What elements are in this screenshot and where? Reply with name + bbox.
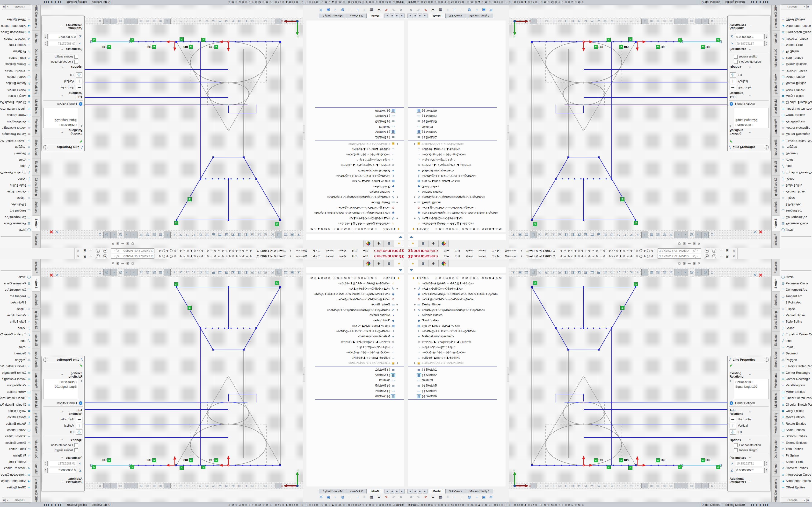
tree-row[interactable]: ⊙ ○ƨ5♟◎ƨ5ИNзƐƨ5○◦○5ƨƐзNИ5ƨ◎♟5ƨ○	[306, 205, 404, 211]
commandmanager-tab[interactable]: Features	[32, 231, 41, 248]
menu-item[interactable]: Window	[505, 249, 517, 253]
sketch-tool-button[interactable]: ◪ Silhouette Entities	[0, 23, 32, 29]
window-control-button[interactable]: ▣	[83, 249, 86, 252]
expand-arrow-icon[interactable]: ▶	[395, 196, 399, 199]
tree-row[interactable]: ▶ ↺ ○Λ♟◎✛ƨ5◦X○◦○X◦5ƨ✛◎♟Λ○	[408, 216, 506, 221]
tree-filter[interactable]	[408, 267, 506, 273]
tab-featuremanager-tree[interactable]: ⬧	[408, 240, 418, 247]
ok-check-icon[interactable]: ✔	[42, 363, 84, 368]
sketch-relation-badge[interactable]: ∕	[130, 38, 134, 42]
existing-relations-header[interactable]: Existing Relations ⌃	[728, 128, 770, 137]
tree-row[interactable]: ▱ ○✛Xɔ6◦♟○*⊙|○◦○|⊙*○♟◦6ɔX✛○	[408, 152, 506, 157]
commandmanager-tab[interactable]: Weldments	[32, 370, 41, 390]
display-toolbar-icon[interactable]: ⚙	[488, 495, 494, 499]
tree-row[interactable]: ◗ Surface Bodies	[408, 189, 506, 194]
checkbox[interactable]	[734, 448, 738, 452]
sketch-tool-button[interactable]: ◡ Sketch Fillet	[780, 458, 812, 465]
sketch-tool-button[interactable]: ◪ Silhouette Entities	[780, 23, 812, 29]
tab-displaymanager[interactable]	[363, 260, 373, 267]
tree-row[interactable]: ▶ ↺ ○Λ♟◎✛ƨ5◦X○◦○X◦5ƨ✛◎♟Λ○	[408, 286, 506, 291]
sketch-tool-button[interactable]: ◡ Sketch Fillet	[0, 42, 32, 48]
display-toolbar-icon[interactable]: ▦	[369, 495, 374, 499]
checkbox[interactable]	[734, 60, 738, 64]
display-toolbar-icon[interactable]: ⌗	[445, 8, 451, 12]
tree-row[interactable]: ▶ ▣ ○ƨ5зƐИNΑ∩+○◦○+∩ΑNИƐз5ƨ○	[306, 360, 404, 365]
add-relation-button[interactable]: — Horizontal	[42, 416, 84, 422]
menu-item[interactable]: Tools	[492, 255, 500, 258]
relations-listbox[interactable]: Collinear108Equal length109	[734, 379, 769, 399]
tree-row[interactable]: ▱ ○·◎✛○*⊙|○◦○|⊙*○✛◎·○	[306, 157, 404, 163]
commandmanager-tab[interactable]: MBD Dimensions	[771, 476, 780, 505]
tree-row[interactable]: ▶ ↺ ○Λ♟◎✛ƨ5◦X○◦○X◦5ƨ✛◎♟Λ○	[306, 216, 404, 221]
display-toolbar-icon[interactable]: ≣	[430, 495, 436, 499]
sketch-tool-button[interactable]: ▱ 3 Point Center Recta...	[780, 363, 812, 369]
sketch-tool-button[interactable]: ◲ Scale Entities	[0, 74, 32, 80]
window-control-button[interactable]: ▣	[83, 255, 86, 258]
options-header[interactable]: Options ⌃	[42, 437, 84, 443]
tree-row[interactable]: ▱ ○·◎✛○*⊙|○◦○|⊙*○✛◎·○	[408, 157, 506, 163]
sketch-tool-button[interactable]: ⌒ 3 Point Arc	[780, 299, 812, 306]
tab-nav-button[interactable]: ◀	[412, 489, 417, 494]
pin-icon[interactable]: ✦	[289, 249, 292, 253]
menu-item[interactable]: Edit	[351, 249, 358, 253]
sketch-tool-button[interactable]: ╱ Line	[780, 163, 812, 169]
tree-row[interactable]: ▶ ▭ Design Binder	[306, 200, 404, 205]
sketch-relation-badge[interactable]: ⊿	[92, 38, 96, 42]
tab-featuremanager-tree[interactable]: ⬧	[394, 260, 404, 267]
sketch-tool-button[interactable]: ∿ Style Spline	[780, 182, 812, 188]
add-relation-button[interactable]: ⚓ Fix	[728, 429, 770, 435]
unit-dropdown-arrow[interactable]: ▴	[804, 499, 805, 501]
sketch-tool-button[interactable]: ✚ Move Entities	[780, 87, 812, 93]
panel-help-icon[interactable]: ?	[765, 146, 769, 150]
display-toolbar-icon[interactable]: ≣	[430, 8, 436, 12]
tree-row[interactable]: ☆ ○ƨ5зƐ✛◦♟◎ΛΑΦ○◦○ΦΑΛ◎♟◦✛Ɛз5ƨ○	[306, 281, 404, 286]
stamp-icon[interactable]: ◙	[3, 5, 5, 9]
parameters-header[interactable]: Parameters ⌃	[728, 455, 770, 460]
tree-row[interactable]: ▶ A ○ƨ5ИN◎◦✛A✛◎ИNΑ○◦○ΑNИ◎✛A✛◦◎NИ5ƨ○	[408, 307, 506, 313]
options-header[interactable]: Options ⌃	[728, 437, 770, 443]
collapse-icon[interactable]: ⌃	[44, 457, 63, 459]
relation-entry[interactable]: Collinear108	[735, 122, 767, 127]
commandmanager-tab[interactable]: Evaluate	[32, 332, 41, 349]
tree-row[interactable]: ◗ Surface Bodies	[306, 313, 404, 318]
search-box[interactable]: ⬡ ▾	[658, 254, 701, 259]
sketch-relation-badge[interactable]: ▱	[533, 222, 538, 226]
user-account-icon[interactable]: ☻	[103, 254, 107, 258]
commandmanager-tab[interactable]: Mold Tools	[771, 391, 780, 410]
sketch-tool-button[interactable]: ◯ Circle	[780, 227, 812, 233]
display-toolbar-icon[interactable]: ◍	[466, 8, 472, 12]
tree-row[interactable]: ▱ ○✛ИN◎♟+○*⊙|○◦○|⊙*○+♟◎NИ✛○	[306, 163, 404, 168]
menu-item[interactable]: File	[363, 249, 369, 253]
expand-arrow-icon[interactable]: ▶	[413, 201, 417, 204]
collapse-icon[interactable]: ⌃	[749, 66, 768, 68]
unit-dropdown-arrow[interactable]: ▴	[7, 6, 8, 8]
commandmanager-tab[interactable]: Mold Tools	[32, 97, 41, 117]
view-tab[interactable]: 3D Views	[445, 489, 465, 494]
search-icon[interactable]	[116, 255, 119, 258]
help-icon[interactable]: ?	[712, 249, 716, 253]
tree-row[interactable]: ▭ Sketch3	[306, 124, 404, 129]
option-checkbox-row[interactable]: Infinite length	[42, 54, 84, 59]
sketch-tool-button[interactable]: ⊢ Extend Entities	[780, 61, 812, 67]
checkbox[interactable]	[734, 55, 738, 59]
display-toolbar-icon[interactable]: ⊾	[354, 8, 360, 12]
tree-row[interactable]: ◗ Surface Bodies	[408, 313, 506, 318]
display-toolbar-icon[interactable]: ✑	[398, 495, 404, 499]
collapse-icon[interactable]: ⌃	[44, 439, 63, 442]
search-input[interactable]	[662, 249, 693, 253]
sketch-tool-button[interactable]: ▱ 3 Point Center Recta...	[0, 137, 32, 144]
tree-root-part[interactable]: ⬧ TЯPDL2. ⊚ зε ⊚ ω ⊚ ⊚ ⊚ ✛ ⊚ ɔc ⊚ зε ⊚ ·…	[306, 226, 404, 232]
sketch-tool-button[interactable]: ▭ Corner Rectangle	[0, 376, 32, 382]
sketch-relation-badge[interactable]: ∕	[179, 466, 184, 469]
sketch-relation-badge[interactable]: = 109	[102, 45, 111, 49]
relations-listbox[interactable]: Collinear108Equal length109	[43, 108, 78, 128]
sketch-tool-button[interactable]: ▭ Center Rectangle	[780, 370, 812, 376]
sketch-tool-button[interactable]: ◪ Silhouette Entities	[0, 478, 32, 484]
add-relation-button[interactable]: ❘ Vertical	[42, 78, 84, 84]
sketch-tool-button[interactable]: ◔ Partial Ellipse	[0, 188, 32, 195]
display-toolbar-icon[interactable]: ⊾	[452, 495, 458, 499]
search-icon[interactable]	[116, 249, 119, 252]
display-toolbar-icon[interactable]: ▣	[481, 8, 487, 12]
help-icon[interactable]: ?	[96, 254, 100, 258]
option-checkbox-row[interactable]: For construction	[728, 443, 770, 448]
